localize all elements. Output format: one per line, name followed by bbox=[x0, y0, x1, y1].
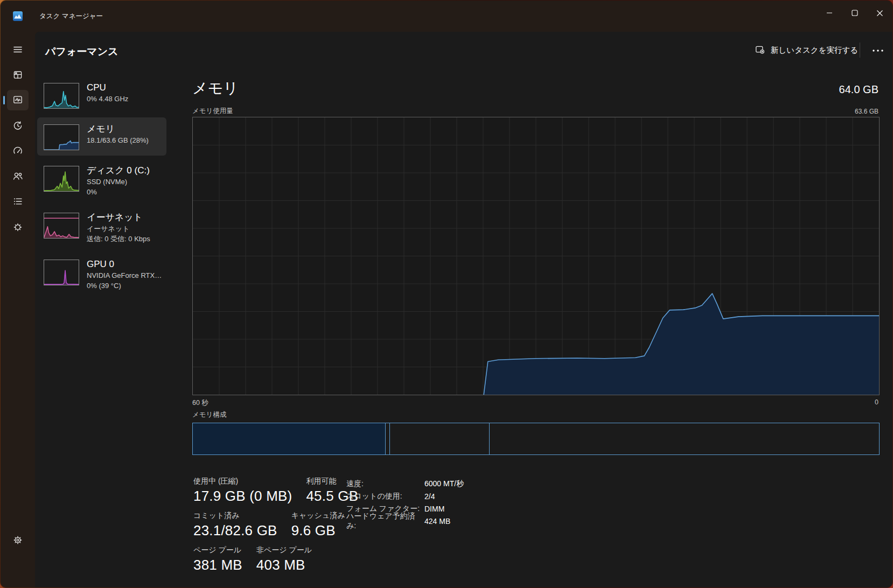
memory-usage-chart bbox=[192, 117, 880, 395]
device-item-disk[interactable]: ディスク 0 (C:) SSD (NVMe) 0% bbox=[37, 159, 166, 202]
nav-item-startup-apps[interactable] bbox=[7, 141, 29, 162]
total-memory-value: 64.0 GB bbox=[839, 83, 878, 96]
minimize-button[interactable] bbox=[817, 1, 842, 25]
kv-speed: 速度: 6000 MT/秒 bbox=[346, 478, 464, 490]
nav-item-details[interactable] bbox=[7, 192, 29, 212]
device-item-memory[interactable]: メモリ 18.1/63.6 GB (28%) bbox=[37, 117, 166, 156]
x-axis-left-label: 60 秒 bbox=[192, 398, 208, 408]
more-options-button[interactable] bbox=[867, 41, 889, 58]
memory-composition-bar bbox=[192, 423, 880, 455]
task-manager-window: タスク マネージャー bbox=[1, 1, 892, 587]
composition-segment-free bbox=[490, 423, 879, 454]
device-sub: 18.1/63.6 GB (28%) bbox=[87, 135, 149, 145]
ethernet-mini-chart bbox=[44, 213, 79, 239]
device-sub: SSD (NVMe) bbox=[87, 177, 150, 187]
services-gear-icon bbox=[12, 222, 23, 234]
hardware-info-list: 速度: 6000 MT/秒 スロットの使用: 2/4 フォーム ファクター: D… bbox=[346, 478, 464, 527]
composition-label: メモリ構成 bbox=[192, 410, 226, 419]
run-new-task-button[interactable]: 新しいタスクを実行する bbox=[755, 41, 858, 59]
startup-gauge-icon bbox=[12, 145, 23, 158]
nav-item-users[interactable] bbox=[7, 166, 29, 187]
device-item-ethernet[interactable]: イーサネット イーサネット 送信: 0 受信: 0 Kbps bbox=[37, 206, 166, 249]
device-title: ディスク 0 (C:) bbox=[87, 164, 150, 177]
stat-committed: コミット済み 23.1/82.6 GB bbox=[193, 511, 277, 539]
performance-pulse-icon bbox=[12, 94, 23, 107]
nav-menu-button[interactable] bbox=[7, 40, 29, 60]
device-sub: 0% 4.48 GHz bbox=[87, 94, 128, 104]
titlebar[interactable]: タスク マネージャー bbox=[1, 1, 892, 32]
page-title: パフォーマンス bbox=[45, 45, 118, 59]
settings-gear-icon bbox=[12, 535, 23, 547]
device-sub: 0% bbox=[87, 187, 150, 197]
stat-cached: キャッシュ済み 9.6 GB bbox=[291, 511, 345, 539]
device-title: イーサネット bbox=[87, 211, 150, 223]
cpu-mini-chart bbox=[44, 83, 79, 109]
device-sub: NVIDIA GeForce RTX… bbox=[87, 270, 162, 281]
history-clock-icon bbox=[12, 120, 23, 132]
detail-title: メモリ bbox=[192, 78, 239, 99]
settings-button[interactable] bbox=[7, 530, 29, 551]
gpu-mini-chart bbox=[44, 260, 79, 285]
hamburger-icon bbox=[12, 44, 23, 57]
run-new-task-label: 新しいタスクを実行する bbox=[771, 45, 858, 55]
grid-window-icon bbox=[12, 69, 23, 82]
close-button[interactable] bbox=[867, 1, 892, 25]
composition-segment-modified bbox=[386, 423, 390, 454]
new-task-icon bbox=[755, 44, 765, 57]
device-item-cpu[interactable]: CPU 0% 4.48 GHz bbox=[37, 76, 166, 114]
device-item-gpu[interactable]: GPU 0 NVIDIA GeForce RTX… 0% (39 °C) bbox=[37, 253, 166, 296]
main-panel: パフォーマンス 新しいタスクを実行する bbox=[35, 32, 892, 587]
kv-hw-reserved: ハードウェア予約済み: 424 MB bbox=[346, 515, 464, 527]
ellipsis-icon bbox=[872, 46, 884, 54]
x-axis-right-label: 0 bbox=[875, 398, 878, 406]
device-title: CPU bbox=[87, 81, 128, 94]
device-sub: 送信: 0 受信: 0 Kbps bbox=[87, 234, 150, 244]
memory-mini-chart bbox=[44, 124, 79, 150]
task-manager-app-icon bbox=[12, 11, 23, 22]
navigation-rail bbox=[1, 32, 35, 587]
usage-chart-label: メモリ使用量 bbox=[192, 107, 233, 116]
stat-paged-pool: ページ プール 381 MB bbox=[193, 545, 242, 573]
window-controls bbox=[817, 1, 892, 25]
kv-slots: スロットの使用: 2/4 bbox=[346, 490, 464, 502]
disk-mini-chart bbox=[44, 166, 79, 192]
stat-in-use: 使用中 (圧縮) 17.9 GB (0 MB) bbox=[193, 477, 292, 505]
device-title: メモリ bbox=[87, 123, 149, 135]
performance-device-list: CPU 0% 4.48 GHz メモリ 18.1/63.6 GB (28%) デ… bbox=[37, 76, 166, 296]
nav-item-processes[interactable] bbox=[7, 65, 29, 86]
device-sub: 0% (39 °C) bbox=[87, 281, 162, 291]
header-divider bbox=[860, 43, 860, 58]
chart-scale-max: 63.6 GB bbox=[855, 108, 878, 115]
composition-segment-standby bbox=[390, 423, 490, 454]
nav-item-services[interactable] bbox=[7, 218, 29, 238]
details-list-icon bbox=[12, 196, 23, 208]
maximize-button[interactable] bbox=[842, 1, 867, 25]
nav-item-app-history[interactable] bbox=[7, 116, 29, 136]
stat-nonpaged-pool: 非ページ プール 403 MB bbox=[256, 545, 312, 573]
users-icon bbox=[12, 171, 23, 183]
device-title: GPU 0 bbox=[87, 258, 162, 270]
window-title: タスク マネージャー bbox=[39, 1, 103, 32]
composition-segment-in-use bbox=[193, 423, 386, 454]
device-sub: イーサネット bbox=[87, 223, 150, 234]
memory-stats: 使用中 (圧縮) 17.9 GB (0 MB) 利用可能 45.5 GB コミッ… bbox=[193, 477, 358, 580]
nav-item-performance[interactable] bbox=[7, 90, 29, 110]
